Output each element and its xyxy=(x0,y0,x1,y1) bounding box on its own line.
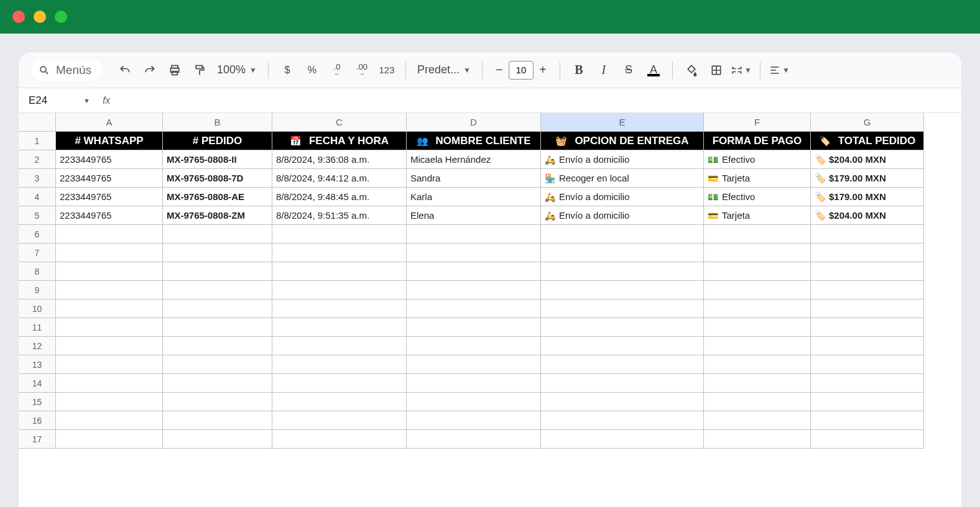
empty-cell[interactable] xyxy=(811,337,924,355)
cell-total[interactable]: 🏷️$179.00 MXN xyxy=(811,169,924,188)
row-header-9[interactable]: 9 xyxy=(19,281,56,299)
cell-total[interactable]: 🏷️$204.00 MXN xyxy=(811,150,924,169)
header-nombre[interactable]: 👥NOMBRE CLIENTE xyxy=(407,132,541,150)
minimize-window-icon[interactable] xyxy=(34,11,46,23)
text-color-button[interactable]: A xyxy=(642,59,665,81)
empty-cell[interactable] xyxy=(163,262,272,281)
row-header-1[interactable]: 1 xyxy=(19,132,56,150)
empty-cell[interactable] xyxy=(704,411,811,430)
chevron-down-icon[interactable]: ▼ xyxy=(83,97,90,104)
empty-cell[interactable] xyxy=(541,225,704,244)
currency-format-button[interactable]: $ xyxy=(276,59,298,81)
empty-cell[interactable] xyxy=(407,262,541,281)
empty-cell[interactable] xyxy=(272,374,407,393)
column-header-B[interactable]: B xyxy=(163,113,272,132)
cell-entrega[interactable]: 🏪Recoger en local xyxy=(541,169,704,188)
empty-cell[interactable] xyxy=(704,337,811,355)
cell-total[interactable]: 🏷️$179.00 MXN xyxy=(811,188,924,206)
empty-cell[interactable] xyxy=(163,281,272,299)
empty-cell[interactable] xyxy=(811,262,924,281)
empty-cell[interactable] xyxy=(407,225,541,244)
row-header-16[interactable]: 16 xyxy=(19,411,56,430)
empty-cell[interactable] xyxy=(272,430,407,449)
column-header-A[interactable]: A xyxy=(56,113,163,132)
empty-cell[interactable] xyxy=(407,281,541,299)
empty-cell[interactable] xyxy=(163,430,272,449)
cell-total[interactable]: 🏷️$204.00 MXN xyxy=(811,206,924,225)
row-header-13[interactable]: 13 xyxy=(19,355,56,374)
empty-cell[interactable] xyxy=(407,337,541,355)
cell-entrega[interactable]: 🛵Envío a domicilio xyxy=(541,188,704,206)
close-window-icon[interactable] xyxy=(12,11,25,23)
empty-cell[interactable] xyxy=(272,411,407,430)
empty-cell[interactable] xyxy=(811,281,924,299)
empty-cell[interactable] xyxy=(272,299,407,318)
cell-whatsapp[interactable]: 2233449765 xyxy=(56,206,163,225)
cell-nombre[interactable]: Karla xyxy=(407,188,541,206)
empty-cell[interactable] xyxy=(163,318,272,337)
more-formats-button[interactable]: 123 xyxy=(376,59,398,81)
empty-cell[interactable] xyxy=(407,430,541,449)
empty-cell[interactable] xyxy=(272,337,407,355)
row-header-12[interactable]: 12 xyxy=(19,337,56,355)
column-header-G[interactable]: G xyxy=(811,113,924,132)
cell-whatsapp[interactable]: 2233449765 xyxy=(56,150,163,169)
column-header-C[interactable]: C xyxy=(272,113,407,132)
empty-cell[interactable] xyxy=(704,244,811,262)
print-button[interactable] xyxy=(164,59,186,81)
cell-fecha[interactable]: 8/8/2024, 9:51:35 a.m. xyxy=(272,206,407,225)
empty-cell[interactable] xyxy=(407,393,541,411)
empty-cell[interactable] xyxy=(407,244,541,262)
header-fecha[interactable]: 📅FECHA Y HORA xyxy=(272,132,407,150)
italic-button[interactable]: I xyxy=(593,59,615,81)
empty-cell[interactable] xyxy=(407,355,541,374)
empty-cell[interactable] xyxy=(163,337,272,355)
empty-cell[interactable] xyxy=(811,374,924,393)
cell-nombre[interactable]: Elena xyxy=(407,206,541,225)
empty-cell[interactable] xyxy=(811,393,924,411)
empty-cell[interactable] xyxy=(704,374,811,393)
empty-cell[interactable] xyxy=(163,355,272,374)
empty-cell[interactable] xyxy=(56,262,163,281)
empty-cell[interactable] xyxy=(541,281,704,299)
row-header-4[interactable]: 4 xyxy=(19,188,56,206)
paint-format-button[interactable] xyxy=(188,59,211,81)
cell-whatsapp[interactable]: 2233449765 xyxy=(56,169,163,188)
font-size-input[interactable] xyxy=(509,61,534,80)
empty-cell[interactable] xyxy=(541,244,704,262)
empty-cell[interactable] xyxy=(56,244,163,262)
cell-pedido[interactable]: MX-9765-0808-7D xyxy=(163,169,272,188)
column-header-E[interactable]: E xyxy=(541,113,704,132)
cell-nombre[interactable]: Sandra xyxy=(407,169,541,188)
empty-cell[interactable] xyxy=(704,355,811,374)
header-whatsapp[interactable]: # WHATSAPP xyxy=(56,132,163,150)
cell-fecha[interactable]: 8/8/2024, 9:44:12 a.m. xyxy=(272,169,407,188)
cell-pedido[interactable]: MX-9765-0808-II xyxy=(163,150,272,169)
empty-cell[interactable] xyxy=(704,318,811,337)
select-all-corner[interactable] xyxy=(19,113,56,132)
cell-fecha[interactable]: 8/8/2024, 9:48:45 a.m. xyxy=(272,188,407,206)
horizontal-align-button[interactable]: ▼ xyxy=(768,59,790,81)
empty-cell[interactable] xyxy=(407,411,541,430)
empty-cell[interactable] xyxy=(272,244,407,262)
fill-color-button[interactable] xyxy=(680,59,703,81)
empty-cell[interactable] xyxy=(56,374,163,393)
row-header-17[interactable]: 17 xyxy=(19,430,56,449)
empty-cell[interactable] xyxy=(541,299,704,318)
font-dropdown[interactable]: Predet... ▼ xyxy=(414,63,474,76)
merge-cells-button[interactable]: ▼ xyxy=(730,59,752,81)
menus-search[interactable]: Menús xyxy=(31,60,103,81)
borders-button[interactable] xyxy=(705,59,728,81)
row-header-8[interactable]: 8 xyxy=(19,262,56,281)
empty-cell[interactable] xyxy=(811,225,924,244)
decrease-font-size-button[interactable]: − xyxy=(490,61,509,80)
zoom-dropdown[interactable]: 100% ▼ xyxy=(213,63,261,76)
empty-cell[interactable] xyxy=(56,299,163,318)
row-header-14[interactable]: 14 xyxy=(19,374,56,393)
header-entrega[interactable]: 🧺OPCION DE ENTREGA xyxy=(541,132,704,150)
empty-cell[interactable] xyxy=(811,430,924,449)
empty-cell[interactable] xyxy=(407,374,541,393)
empty-cell[interactable] xyxy=(56,337,163,355)
empty-cell[interactable] xyxy=(811,355,924,374)
empty-cell[interactable] xyxy=(163,411,272,430)
